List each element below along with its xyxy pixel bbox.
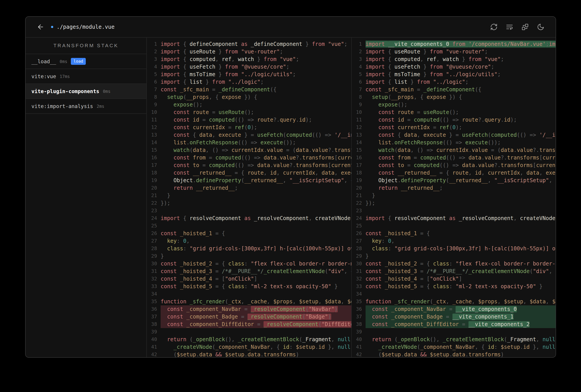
code-line: 8 setup(__props, { expose }) { [147, 93, 351, 101]
code-text: const id = computed(() => route?.query.i… [160, 116, 351, 124]
code-line: 11 const id = computed(() => route?.quer… [147, 116, 351, 124]
code-text: setup(__props, { expose }) { [160, 93, 351, 101]
plugin-name: vite:import-analysis [32, 103, 93, 109]
code-pane-after[interactable]: 1import __vite_components_0 from '/compo… [351, 38, 556, 357]
line-number: 34 [147, 290, 160, 298]
code-line: 19 Object.defineProperty(__returned__, "… [352, 176, 556, 184]
code-line: 24import { resolveComponent as _resolveC… [147, 214, 351, 222]
code-text [160, 222, 351, 230]
code-line: 15 watch(data, () => currentIdx.value = … [147, 146, 351, 154]
code-text: ($setup.data && $setup.data.transforms) [366, 351, 556, 357]
line-number: 32 [147, 275, 160, 283]
line-number: 20 [352, 184, 366, 192]
code-text: }); [366, 199, 556, 207]
plugin-item[interactable]: __load__0msload [26, 54, 146, 69]
code-text: Object.defineProperty(__returned__, "__i… [160, 176, 351, 184]
code-line: 8 setup(__props, { expose }) { [352, 93, 556, 101]
plugin-time: 2ms [97, 104, 104, 109]
plugin-name: vite:vue [32, 74, 56, 79]
line-number: 2 [147, 48, 160, 56]
code-pane-before[interactable]: 1import { defineComponent as _defineComp… [147, 38, 351, 357]
code-line: 16 const from = computed(() => data.valu… [147, 154, 351, 162]
code-line: 1import { defineComponent as _defineComp… [147, 40, 351, 48]
code-text [366, 222, 556, 230]
dark-mode-button[interactable] [536, 22, 546, 32]
line-number: 9 [147, 101, 160, 108]
code-line: 37 const _component_Badge = _resolveComp… [147, 313, 351, 320]
line-number: 31 [352, 268, 366, 275]
line-number: 37 [352, 313, 366, 320]
code-text: const _hoisted_2 = { class: "flex flex-c… [160, 260, 351, 268]
code-text: import { msToTime } from "../logic/utils… [366, 70, 556, 78]
code-line: 33const _hoisted_5 = { class: "ml-2 text… [147, 283, 351, 290]
line-number: 30 [352, 260, 366, 268]
code-text: } [160, 192, 351, 199]
code-line: 42 ($setup.data && $setup.data.transform… [147, 351, 351, 357]
line-number: 38 [352, 320, 366, 328]
code-text: const _sfc_main = _defineComponent({ [160, 86, 351, 93]
plugin-time: 17ms [60, 74, 70, 79]
code-text: const currentIdx = ref(0); [366, 124, 556, 131]
code-line: 1import __vite_components_0 from '/compo… [352, 40, 556, 48]
code-text: } [366, 192, 556, 199]
code-line: 40 return (_openBlock(), _createElementB… [147, 336, 351, 343]
code-text: } [366, 252, 556, 260]
line-number: 15 [352, 146, 366, 154]
diff-view: 1import { defineComponent as _defineComp… [147, 38, 556, 357]
code-text: expose(); [366, 101, 556, 108]
code-line: 20 return __returned__; [352, 184, 556, 192]
code-text: import { useRoute } from "vue-router"; [366, 48, 556, 56]
code-line: 6import { list } from "../logic"; [147, 78, 351, 86]
back-button[interactable] [36, 22, 46, 32]
code-line: 7const _sfc_main = _defineComponent({ [147, 86, 351, 93]
inspect-window: ./pages/module.vue [25, 16, 556, 358]
line-number: 27 [147, 237, 160, 245]
code-line: 37 const _component_Badge = __vite_compo… [352, 313, 556, 320]
code-text: return (_openBlock(), _createElementBloc… [160, 336, 351, 343]
line-number: 28 [147, 245, 160, 252]
code-text: import { useRoute } from "vue-router"; [160, 48, 351, 56]
code-line: 2import { useRoute } from "vue-router"; [352, 48, 556, 56]
line-number: 29 [147, 252, 160, 260]
line-number: 23 [352, 207, 366, 214]
line-number: 36 [352, 305, 366, 313]
code-line: 39 [147, 328, 351, 336]
code-text: const to = computed(() => data.value?.tr… [366, 162, 556, 169]
code-line: 38 const _component_DiffEditor = _resolv… [147, 320, 351, 328]
code-line: 31const _hoisted_3 = /*#__PURE__*/_creat… [352, 268, 556, 275]
code-line: 27 key: 0, [352, 237, 556, 245]
plugin-item[interactable]: vite:vue17ms [26, 69, 146, 84]
plugin-item[interactable]: vite:import-analysis2ms [26, 99, 146, 114]
plugin-name: __load__ [32, 58, 56, 64]
line-number: 25 [352, 222, 366, 230]
wrap-lines-button[interactable] [504, 22, 514, 32]
code-line: 34 [147, 290, 351, 298]
code-line: 22}); [352, 199, 556, 207]
code-text: import { list } from "../logic"; [366, 78, 556, 86]
plugin-item[interactable]: vite-plugin-components0ms [26, 84, 146, 99]
compare-icon [521, 23, 529, 31]
line-number: 39 [147, 328, 160, 336]
compare-button[interactable] [520, 22, 530, 32]
code-text: }); [160, 199, 351, 207]
refresh-button[interactable] [489, 22, 499, 32]
code-line: 12 const currentIdx = ref(0); [352, 124, 556, 131]
code-text: const __returned__ = { route, id, curren… [160, 169, 351, 176]
code-line: 19 Object.defineProperty(__returned__, "… [147, 176, 351, 184]
line-number: 31 [147, 268, 160, 275]
line-number: 15 [147, 146, 160, 154]
line-number: 29 [352, 252, 366, 260]
code-line: 26const _hoisted_1 = { [352, 230, 556, 237]
code-text: const _component_NavBar = _resolveCompon… [160, 305, 351, 313]
code-line: 17 const to = computed(() => data.value?… [352, 162, 556, 169]
plugin-list: __load__0msloadvite:vue17msvite-plugin-c… [26, 54, 146, 114]
code-text [160, 328, 351, 336]
line-number: 40 [352, 336, 366, 343]
code-text: key: 0, [160, 237, 351, 245]
code-line: 9 expose(); [352, 101, 556, 108]
code-text: import { defineComponent as _defineCompo… [160, 40, 351, 48]
code-text: import { computed, ref, watch } from "vu… [366, 56, 556, 63]
line-number: 41 [352, 343, 366, 351]
line-number: 42 [147, 351, 160, 357]
code-line: 33const _hoisted_5 = { class: "ml-2 text… [352, 283, 556, 290]
